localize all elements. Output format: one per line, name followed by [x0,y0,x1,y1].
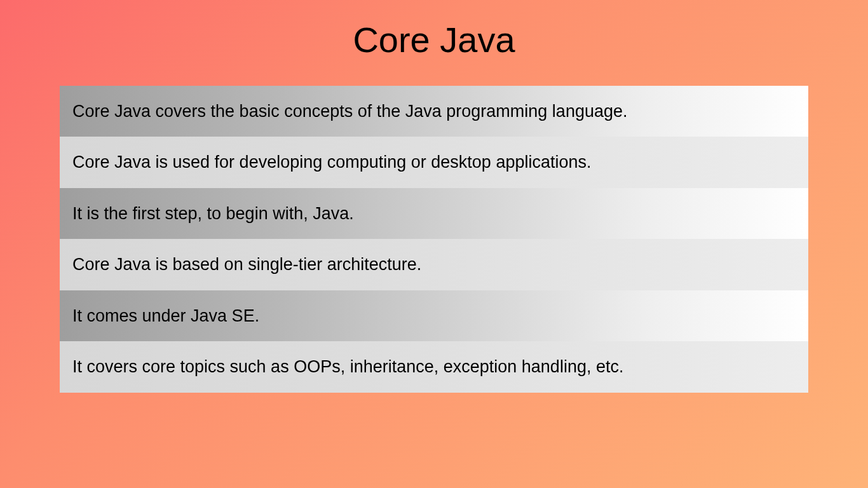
list-item: It is the first step, to begin with, Jav… [60,188,808,239]
slide-container: Core Java Core Java covers the basic con… [0,0,868,488]
page-title: Core Java [0,19,868,60]
list-item: Core Java is based on single-tier archit… [60,239,808,290]
list-item: It covers core topics such as OOPs, inhe… [60,341,808,392]
list-item: Core Java is used for developing computi… [60,137,808,187]
content-box: Core Java covers the basic concepts of t… [60,86,808,393]
list-item: It comes under Java SE. [60,290,808,341]
list-item: Core Java covers the basic concepts of t… [60,86,808,137]
